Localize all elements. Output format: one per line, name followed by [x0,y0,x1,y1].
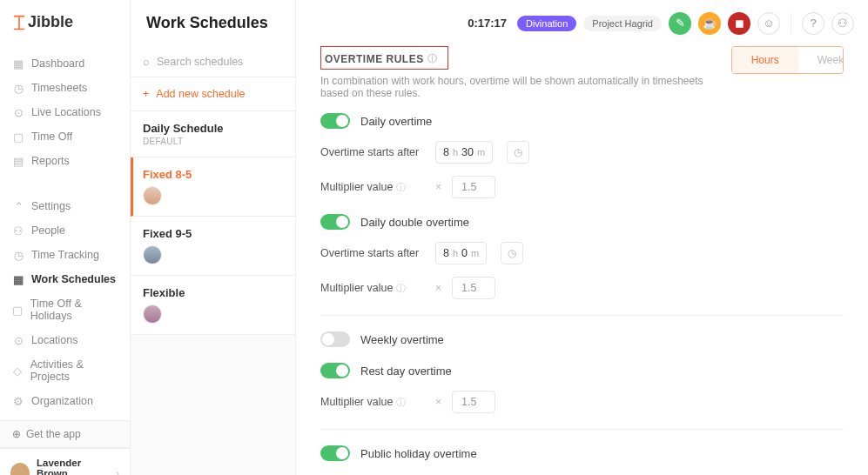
daily-double-start-time[interactable]: 8h 0m [435,242,487,264]
help-button[interactable]: ? [802,12,824,35]
switch-weekly-overtime[interactable] [320,331,350,347]
hours-week-toggle: Hours Week [731,46,844,74]
calendar-icon: ▢ [12,304,24,316]
activity-pill[interactable]: Divination [517,16,576,31]
tag-icon: ◇ [12,365,24,377]
schedule-daily[interactable]: Daily Schedule DEFAULT [131,111,295,157]
user-footer[interactable]: Lavender Brown Hogwarts Co › [0,448,130,475]
nav-activities[interactable]: ◇Activities & Projects [0,352,130,389]
project-pill[interactable]: Project Hagrid [583,16,662,31]
user-name: Lavender Brown [37,458,109,475]
chevron-right-icon: › [116,466,119,475]
schedule-avatar [143,186,162,205]
report-icon: ▤ [12,155,24,167]
schedule-flexible[interactable]: Flexible [131,276,295,335]
rule-rest-day-overtime: Rest day overtime Multiplier value ⓘ × [320,363,844,413]
profile-button[interactable]: ☺ [757,12,780,35]
user-avatar [10,463,30,476]
info-icon[interactable]: ⓘ [427,52,438,65]
search-icon: ⌕ [143,55,150,68]
clock-picker-button[interactable]: ◷ [501,242,523,264]
info-icon[interactable]: ⓘ [396,283,406,293]
daily-double-multiplier-input[interactable] [452,277,495,299]
download-icon: ⊕ [12,428,21,440]
plus-icon: + [143,88,149,100]
rest-multiplier-input[interactable] [452,391,495,413]
switch-rest-day-overtime[interactable] [320,363,350,378]
toggle-week[interactable]: Week [798,47,844,73]
nav-time-tracking[interactable]: ◷Time Tracking [0,243,130,267]
gear-icon: ⚙ [12,395,24,407]
rule-public-holiday-overtime: Public holiday overtime [320,445,844,461]
nav-people[interactable]: ⚇People [0,218,130,243]
nav-reports[interactable]: ▤Reports [0,149,130,173]
get-app-button[interactable]: ⊕Get the app [0,420,130,448]
nav-locations[interactable]: ⊙Locations [0,328,130,352]
section-description: In combination with work hours, overtime… [320,75,731,99]
section-title: OVERTIME RULES ⓘ [321,52,437,65]
status-green-button[interactable]: ✎ [669,12,691,35]
schedules-column: ⌕ Search schedules + Add new schedule Da… [131,46,296,475]
topbar: 0:17:17 Divination Project Hagrid ✎ ☕ ◼ … [296,2,868,45]
tracking-icon: ◷ [12,249,24,261]
schedule-avatar [143,245,162,264]
switch-daily-double-overtime[interactable] [320,214,350,230]
main-content: OVERTIME RULES ⓘ In combination with wor… [296,46,868,475]
clock-icon: ◷ [12,82,24,94]
daily-start-time[interactable]: 8h 30m [435,141,493,164]
logo: ⌶ Jibble [0,0,130,44]
rule-weekly-overtime: Weekly overtime [320,331,844,347]
pin-icon: ⊙ [12,106,24,118]
dashboard-icon: ▦ [12,57,24,70]
nav-work-schedules[interactable]: ▦Work Schedules [0,267,130,291]
schedule-fixed-8-5[interactable]: Fixed 8-5 [131,157,295,217]
left-nav: ⌶ Jibble ▦Dashboard ◷Timesheets ⊙Live Lo… [0,0,131,475]
info-icon[interactable]: ⓘ [396,182,406,192]
status-orange-button[interactable]: ☕ [698,12,721,35]
nav-organization[interactable]: ⚙Organization [0,389,130,413]
briefcase-icon: ▢ [12,130,24,143]
switch-public-holiday-overtime[interactable] [320,445,350,461]
nav-dashboard[interactable]: ▦Dashboard [0,51,130,76]
add-schedule-button[interactable]: + Add new schedule [131,77,295,111]
section-title-box: OVERTIME RULES ⓘ [320,46,448,70]
daily-multiplier-input[interactable] [452,176,495,198]
chevron-icon: ⌃ [12,200,24,212]
nav-time-off[interactable]: ▢Time Off [0,124,130,149]
schedule-avatar [143,304,162,324]
schedule-icon: ▦ [12,273,24,285]
logo-icon: ⌶ [14,12,24,32]
schedule-fixed-9-5[interactable]: Fixed 9-5 [131,217,295,276]
nav-live-locations[interactable]: ⊙Live Locations [0,100,130,124]
search-schedules[interactable]: ⌕ Search schedules [131,46,295,77]
nav-time-off-holidays[interactable]: ▢Time Off & Holidays [0,291,130,328]
timer: 0:17:17 [468,17,507,30]
nav-timesheets[interactable]: ◷Timesheets [0,76,130,100]
status-red-button[interactable]: ◼ [728,12,750,35]
people-icon: ⚇ [12,224,24,237]
info-icon[interactable]: ⓘ [396,397,406,407]
clock-picker-button[interactable]: ◷ [507,141,529,164]
rule-daily-overtime: Daily overtime Overtime starts after 8h … [320,113,844,198]
switch-daily-overtime[interactable] [320,113,350,129]
team-button[interactable]: ⚇ [831,12,854,35]
location-icon: ⊙ [12,334,24,346]
toggle-hours[interactable]: Hours [732,47,798,73]
page-title: Work Schedules [131,0,296,46]
nav-settings[interactable]: ⌃Settings [0,194,130,218]
brand-name: Jibble [28,13,73,31]
rule-daily-double-overtime: Daily double overtime Overtime starts af… [320,214,844,299]
